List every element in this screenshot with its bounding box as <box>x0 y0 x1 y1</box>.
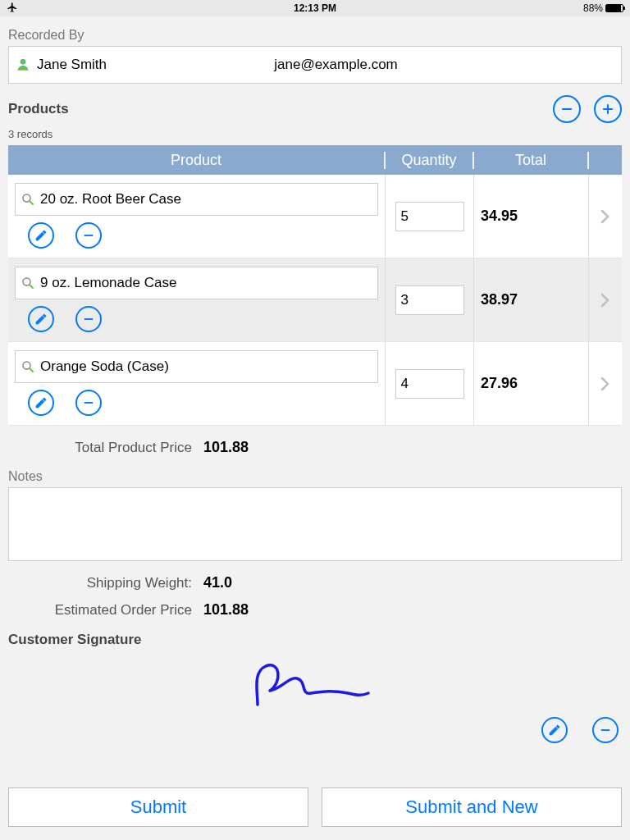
row-total: 27.96 <box>474 342 589 425</box>
col-total: Total <box>474 152 589 169</box>
row-disclosure[interactable] <box>589 175 622 258</box>
table-row: Orange Soda (Case)27.96 <box>8 342 622 426</box>
add-product-button[interactable] <box>594 95 622 123</box>
status-bar: 12:13 PM 88% <box>0 0 630 16</box>
products-table: Product Quantity Total 20 oz. Root Beer … <box>8 145 622 426</box>
search-icon <box>21 359 35 374</box>
notes-input[interactable] <box>8 487 622 561</box>
remove-product-button[interactable] <box>553 95 581 123</box>
recorded-by-field[interactable]: Jane Smith jane@example.com <box>8 46 622 84</box>
edit-row-button[interactable] <box>28 222 54 249</box>
signature-label: Customer Signature <box>8 632 622 648</box>
row-disclosure[interactable] <box>589 258 622 341</box>
row-disclosure[interactable] <box>589 342 622 425</box>
svg-line-8 <box>30 285 33 288</box>
search-icon <box>21 276 35 290</box>
battery-icon <box>605 4 623 12</box>
svg-line-11 <box>30 368 33 372</box>
svg-line-5 <box>30 201 33 204</box>
table-row: 9 oz. Lemonade Case38.97 <box>8 258 622 342</box>
product-lookup[interactable]: 9 oz. Lemonade Case <box>15 267 378 299</box>
svg-point-0 <box>21 59 25 64</box>
row-total: 38.97 <box>474 258 589 341</box>
product-lookup[interactable]: Orange Soda (Case) <box>15 350 378 383</box>
search-icon <box>21 192 35 207</box>
products-label: Products <box>8 101 540 117</box>
submit-and-new-button[interactable]: Submit and New <box>322 788 622 827</box>
edit-row-button[interactable] <box>28 306 54 332</box>
total-product-price-label: Total Product Price <box>8 440 203 456</box>
record-count: 3 records <box>8 128 622 140</box>
signature-pad[interactable] <box>8 650 622 715</box>
product-lookup[interactable]: 20 oz. Root Beer Case <box>15 183 378 216</box>
row-total: 34.95 <box>474 175 589 258</box>
estimated-price-label: Estimated Order Price <box>8 602 203 619</box>
edit-signature-button[interactable] <box>541 717 568 743</box>
table-row: 20 oz. Root Beer Case34.95 <box>8 175 622 258</box>
total-product-price-value: 101.88 <box>203 439 249 456</box>
shipping-weight-value: 41.0 <box>203 574 232 591</box>
product-name: Orange Soda (Case) <box>40 358 169 375</box>
submit-button[interactable]: Submit <box>8 788 308 827</box>
product-name: 9 oz. Lemonade Case <box>40 275 176 291</box>
estimated-price-value: 101.88 <box>203 601 249 619</box>
clock: 12:13 PM <box>0 2 630 14</box>
clear-signature-button[interactable] <box>592 717 619 743</box>
quantity-input[interactable] <box>395 369 464 399</box>
quantity-input[interactable] <box>395 202 464 231</box>
delete-row-button[interactable] <box>75 306 102 332</box>
col-product: Product <box>8 152 386 169</box>
delete-row-button[interactable] <box>75 390 102 416</box>
shipping-weight-label: Shipping Weight: <box>8 575 203 591</box>
quantity-input[interactable] <box>395 285 464 315</box>
edit-row-button[interactable] <box>28 390 54 416</box>
signature-drawing <box>241 654 389 711</box>
recorded-by-label: Recorded By <box>8 28 622 43</box>
col-quantity: Quantity <box>386 152 474 169</box>
recorded-by-email: jane@example.com <box>57 57 614 73</box>
person-icon <box>16 57 30 72</box>
notes-label: Notes <box>8 469 622 484</box>
product-name: 20 oz. Root Beer Case <box>40 191 181 208</box>
delete-row-button[interactable] <box>75 222 102 249</box>
